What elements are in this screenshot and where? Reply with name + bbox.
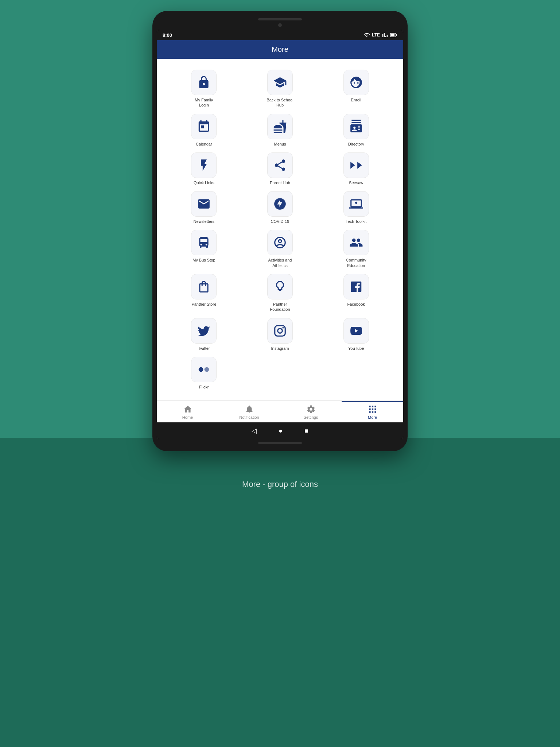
my-family-login-icon-box xyxy=(191,70,217,95)
flickr-item[interactable]: Flickr xyxy=(168,357,240,390)
covid19-item[interactable]: COVID-19 xyxy=(244,191,316,224)
back-to-school-hub-icon-box xyxy=(267,70,293,95)
nav-notification-label: Notification xyxy=(239,415,259,419)
seesaw-label: Seesaw xyxy=(349,180,363,185)
share-icon xyxy=(273,158,287,172)
facebook-label: Facebook xyxy=(347,302,365,307)
directory-icon-box xyxy=(343,114,369,139)
seesaw-item[interactable]: Seesaw xyxy=(320,152,392,185)
flickr-icon xyxy=(197,363,211,376)
tech-toolkit-item[interactable]: Tech Toolkit xyxy=(320,191,392,224)
my-bus-stop-item[interactable]: My Bus Stop xyxy=(168,230,240,268)
status-time: 8:00 xyxy=(163,32,172,38)
enroll-icon xyxy=(349,76,363,89)
menus-item[interactable]: Menus xyxy=(244,114,316,147)
signal-icon xyxy=(382,32,388,38)
panther-foundation-label: Panther Foundation xyxy=(265,302,295,312)
newsletter-icon xyxy=(197,197,211,211)
my-family-login-item[interactable]: My Family Login xyxy=(168,70,240,108)
calendar-icon-box xyxy=(191,114,217,139)
covid19-icon-box xyxy=(267,191,293,217)
header-title: More xyxy=(272,45,288,53)
lte-label: LTE xyxy=(372,32,380,38)
parent-hub-icon-box xyxy=(267,152,293,178)
activities-athletics-icon-box xyxy=(267,230,293,255)
svg-rect-2 xyxy=(396,34,397,36)
status-icons: LTE xyxy=(364,32,397,38)
covid19-label: COVID-19 xyxy=(271,219,289,224)
youtube-icon-box xyxy=(343,318,369,344)
tablet-screen: 8:00 LTE More xyxy=(157,30,403,439)
activities-athletics-label: Activities and Athletics xyxy=(265,258,295,268)
my-bus-stop-label: My Bus Stop xyxy=(192,258,215,263)
youtube-item[interactable]: YouTube xyxy=(320,318,392,351)
menus-label: Menus xyxy=(274,142,286,147)
quick-links-item[interactable]: Quick Links xyxy=(168,152,240,185)
menus-icon-box xyxy=(267,114,293,139)
panther-icon xyxy=(273,280,287,294)
nav-more-label: More xyxy=(368,415,377,419)
facebook-icon xyxy=(349,280,363,294)
lock-icon xyxy=(197,76,211,89)
android-nav-bar: ◁ ● ■ xyxy=(157,422,403,439)
panther-store-item[interactable]: Panther Store xyxy=(168,274,240,312)
home-icon xyxy=(183,405,192,414)
seesaw-icon-box xyxy=(343,152,369,178)
icon-grid: My Family Login Back to School Hub xyxy=(168,66,392,393)
android-back-button[interactable]: ◁ xyxy=(252,427,257,435)
settings-icon xyxy=(306,405,316,414)
svg-point-4 xyxy=(205,367,209,372)
menus-icon xyxy=(273,120,287,133)
calendar-icon xyxy=(197,120,211,133)
athletics-icon xyxy=(273,236,287,249)
calendar-item[interactable]: Calendar xyxy=(168,114,240,147)
community-education-label: Community Education xyxy=(342,258,371,268)
bottom-nav: Home Notification Settings xyxy=(157,400,403,422)
nav-home-label: Home xyxy=(182,415,193,419)
directory-icon xyxy=(349,120,363,133)
twitter-item[interactable]: Twitter xyxy=(168,318,240,351)
parent-hub-item[interactable]: Parent Hub xyxy=(244,152,316,185)
community-icon xyxy=(349,236,363,249)
nav-more[interactable]: More xyxy=(342,401,403,422)
facebook-icon-box xyxy=(343,274,369,299)
instagram-item[interactable]: Instagram xyxy=(244,318,316,351)
enroll-item[interactable]: Enroll xyxy=(320,70,392,108)
my-family-login-label: My Family Login xyxy=(189,97,218,108)
tech-toolkit-icon-box xyxy=(343,191,369,217)
newsletters-label: Newsletters xyxy=(194,219,214,224)
community-education-icon-box xyxy=(343,230,369,255)
directory-item[interactable]: Directory xyxy=(320,114,392,147)
calendar-label: Calendar xyxy=(196,142,212,147)
panther-foundation-item[interactable]: Panther Foundation xyxy=(244,274,316,312)
more-grid-icon xyxy=(368,405,377,414)
facebook-item[interactable]: Facebook xyxy=(320,274,392,312)
nav-notification[interactable]: Notification xyxy=(218,401,280,422)
nav-settings-label: Settings xyxy=(304,415,318,419)
status-bar: 8:00 LTE xyxy=(157,30,403,40)
nav-settings[interactable]: Settings xyxy=(280,401,342,422)
community-education-item[interactable]: Community Education xyxy=(320,230,392,268)
twitter-icon xyxy=(197,324,211,338)
battery-icon xyxy=(390,32,397,38)
twitter-label: Twitter xyxy=(198,346,210,351)
android-home-button[interactable]: ● xyxy=(279,427,283,435)
monitor-icon xyxy=(349,197,363,211)
android-recents-button[interactable]: ■ xyxy=(304,427,308,435)
tablet-notch xyxy=(157,18,403,20)
nav-home[interactable]: Home xyxy=(157,401,218,422)
bus-icon xyxy=(197,236,211,249)
instagram-label: Instagram xyxy=(271,346,289,351)
back-to-school-hub-item[interactable]: Back to School Hub xyxy=(244,70,316,108)
panther-store-icon-box xyxy=(191,274,217,299)
my-bus-stop-icon-box xyxy=(191,230,217,255)
newsletters-item[interactable]: Newsletters xyxy=(168,191,240,224)
tablet-device: 8:00 LTE More xyxy=(152,11,408,451)
school-icon xyxy=(273,76,287,89)
covid-icon xyxy=(273,197,287,211)
tech-toolkit-label: Tech Toolkit xyxy=(346,219,366,224)
wifi-icon xyxy=(364,32,370,38)
svg-rect-1 xyxy=(390,34,394,36)
activities-athletics-item[interactable]: Activities and Athletics xyxy=(244,230,316,268)
enroll-label: Enroll xyxy=(351,97,361,102)
